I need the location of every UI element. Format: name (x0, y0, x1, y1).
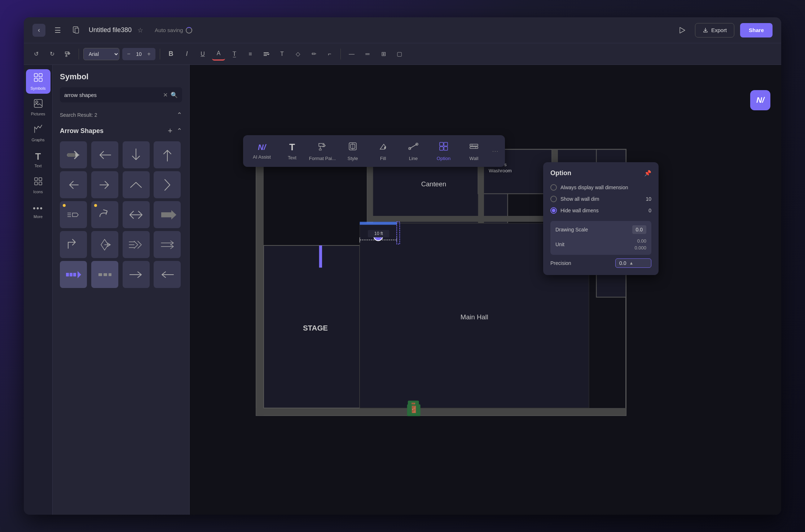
novai-button[interactable]: N/ (750, 90, 770, 110)
symbol-bent-arrow[interactable] (60, 231, 87, 258)
back-button[interactable]: ‹ (32, 24, 45, 37)
font-family-select[interactable]: Arial Times New Roman Helvetica (83, 48, 119, 60)
symbol-s-arrow[interactable] (91, 201, 118, 228)
symbol-panel-title: Symbol (60, 72, 182, 81)
wall-button[interactable]: Wall (459, 138, 488, 164)
symbol-arrow-right[interactable] (60, 141, 87, 168)
auto-saving-status: Auto saving (155, 27, 192, 34)
italic-button[interactable]: I (180, 48, 193, 61)
symbol-double-arrow[interactable] (123, 201, 150, 228)
precision-chevron-icon: ▲ (629, 261, 633, 266)
search-input[interactable] (64, 92, 160, 98)
sidebar-item-icons[interactable]: Icons (26, 173, 50, 198)
play-button[interactable] (675, 23, 689, 37)
radio-circle-always[interactable] (550, 184, 557, 191)
symbol-plain-arrow[interactable] (123, 261, 150, 288)
text-tool-button[interactable]: T Text (278, 138, 307, 164)
list-button[interactable] (260, 48, 273, 61)
symbol-arrow-left-outlined[interactable] (60, 171, 87, 198)
angle-button[interactable]: ⌐ (323, 48, 336, 61)
sidebar-item-more[interactable]: ••• More (26, 199, 50, 223)
pen-button[interactable]: ✏ (307, 48, 320, 61)
erase-button[interactable]: ◇ (291, 48, 304, 61)
radio-circle-show-all[interactable] (550, 196, 557, 202)
svg-text:STAGE: STAGE (303, 324, 328, 332)
undo-button[interactable]: ↺ (30, 48, 43, 61)
line-style2-button[interactable]: ═ (361, 48, 374, 61)
symbol-triple-bar[interactable] (60, 201, 87, 228)
symbol-arrow-up[interactable] (154, 141, 181, 168)
symbol-dashed-arrow-dash[interactable] (91, 261, 118, 288)
canvas-area[interactable]: 🚪 Canteen Men's Washroom Janitor's Room … (190, 65, 781, 515)
svg-rect-67 (444, 142, 448, 146)
symbol-diamond-arrow[interactable] (91, 231, 118, 258)
symbol-arrow-right-outlined[interactable] (91, 171, 118, 198)
sidebar-item-pictures[interactable]: Pictures (26, 95, 50, 120)
unit-label: Unit (555, 241, 564, 247)
symbol-arrow-left[interactable] (91, 141, 118, 168)
radio-group: Always display wall dimension Show all w… (550, 184, 651, 214)
ai-assist-button[interactable]: N/ AI Assist (247, 138, 276, 164)
section-add-button[interactable]: + (168, 126, 172, 136)
option-pin-button[interactable]: 📌 (644, 170, 651, 177)
graphs-label: Graphs (31, 138, 44, 142)
star-button[interactable]: ☆ (137, 26, 143, 34)
symbol-triple-arrow[interactable] (123, 231, 150, 258)
text-format-button[interactable]: T (276, 48, 289, 61)
text-tool-label: Text (288, 155, 296, 160)
bold-button[interactable]: B (164, 48, 177, 61)
format-paint-button[interactable]: Format Pai... (308, 138, 337, 164)
redo-button[interactable]: ↻ (45, 48, 58, 61)
graphs-icon (34, 125, 43, 136)
radio-circle-hide[interactable] (550, 207, 557, 214)
font-size-increase[interactable]: + (145, 50, 153, 58)
font-size-decrease[interactable]: − (124, 50, 133, 58)
unit-value2: 0.000 (634, 245, 646, 251)
option-button[interactable]: Option (429, 138, 458, 164)
search-clear-button[interactable]: ✕ (163, 92, 168, 98)
style-button[interactable]: Style (338, 138, 367, 164)
symbol-dashed-arrow-right[interactable] (60, 261, 87, 288)
symbol-arrow-down[interactable] (123, 141, 150, 168)
search-result-collapse[interactable]: ⌃ (177, 111, 182, 119)
fill-label: Fill (380, 156, 386, 161)
frame-button[interactable]: ▢ (393, 48, 406, 61)
drawing-scale-value[interactable]: 0.0 (632, 225, 646, 234)
symbol-chevron-up[interactable] (123, 171, 150, 198)
line-style-button[interactable]: — (345, 48, 358, 61)
precision-select[interactable]: 0.0 ▲ (615, 258, 651, 268)
align-button[interactable]: ≡ (244, 48, 257, 61)
symbol-double-lines[interactable] (154, 231, 181, 258)
search-submit-button[interactable]: 🔍 (171, 92, 178, 98)
radio-hide[interactable]: Hide wall dimens 0 (550, 207, 651, 214)
svg-rect-71 (470, 147, 478, 148)
underline-button[interactable]: U (196, 48, 209, 61)
grid-button[interactable]: ⊞ (377, 48, 390, 61)
font-color-button[interactable]: A (212, 48, 225, 61)
svg-rect-16 (39, 182, 42, 185)
sidebar-item-symbols[interactable]: Symbols (26, 69, 50, 94)
radio-show-all[interactable]: Show all wall dim 10 (550, 196, 651, 202)
svg-rect-29 (256, 150, 264, 416)
menu-button[interactable]: ☰ (51, 24, 64, 37)
ai-assist-label: AI Assist (253, 154, 271, 160)
text-highlight-button[interactable]: T̲ (228, 48, 241, 61)
svg-rect-20 (98, 273, 102, 276)
title-bar-right: Export Share (675, 23, 773, 37)
fill-button[interactable]: Fill (369, 138, 397, 164)
symbol-back-arrow[interactable] (154, 261, 181, 288)
sidebar-item-graphs[interactable]: Graphs (26, 121, 50, 146)
toolbar-more-button[interactable]: ⋯ (490, 147, 501, 155)
sidebar-item-text[interactable]: T Text (26, 147, 50, 172)
symbol-arrow-right-solid[interactable] (154, 201, 181, 228)
svg-rect-66 (440, 142, 443, 146)
export-button[interactable]: Export (695, 23, 734, 37)
share-button[interactable]: Share (740, 23, 773, 37)
svg-rect-70 (470, 144, 478, 146)
radio-label-always: Always display wall dimension (560, 185, 651, 190)
section-collapse-button[interactable]: ⌃ (177, 127, 182, 135)
radio-always-display[interactable]: Always display wall dimension (550, 184, 651, 191)
symbol-chevron-right[interactable] (154, 171, 181, 198)
line-button[interactable]: Line (399, 138, 428, 164)
paint-format-button[interactable] (61, 48, 74, 61)
